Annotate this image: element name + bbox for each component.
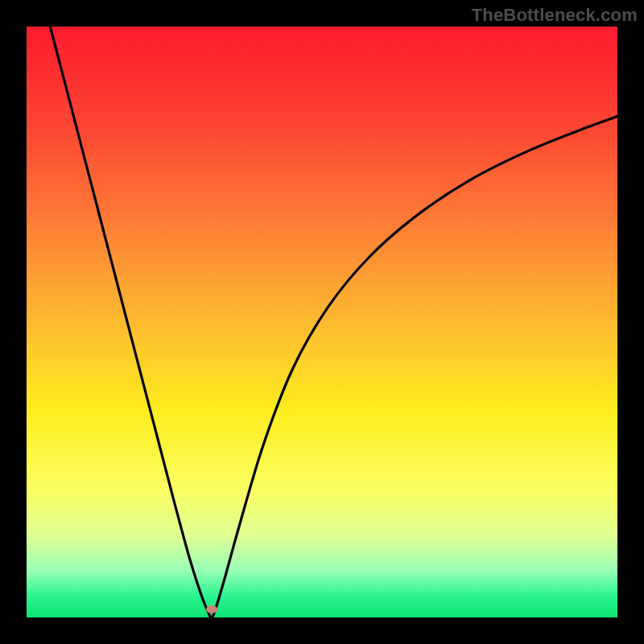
chart-frame: TheBottleneck.com	[0, 0, 644, 644]
curve-minimum-marker	[206, 605, 217, 613]
watermark-text: TheBottleneck.com	[472, 5, 638, 26]
plot-area	[27, 27, 617, 617]
chart-curve	[27, 27, 617, 617]
